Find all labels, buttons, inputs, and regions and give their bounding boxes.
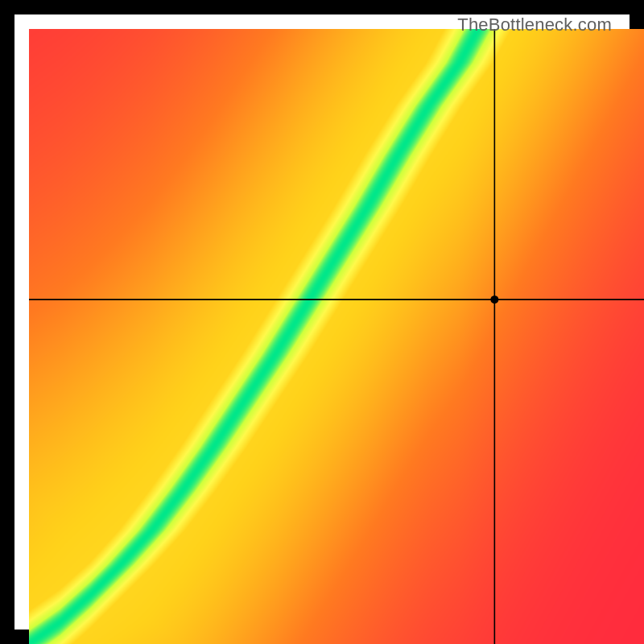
- attribution-text: TheBottleneck.com: [457, 14, 612, 35]
- bottleneck-heatmap: [29, 29, 644, 644]
- chart-frame: TheBottleneck.com: [0, 0, 644, 644]
